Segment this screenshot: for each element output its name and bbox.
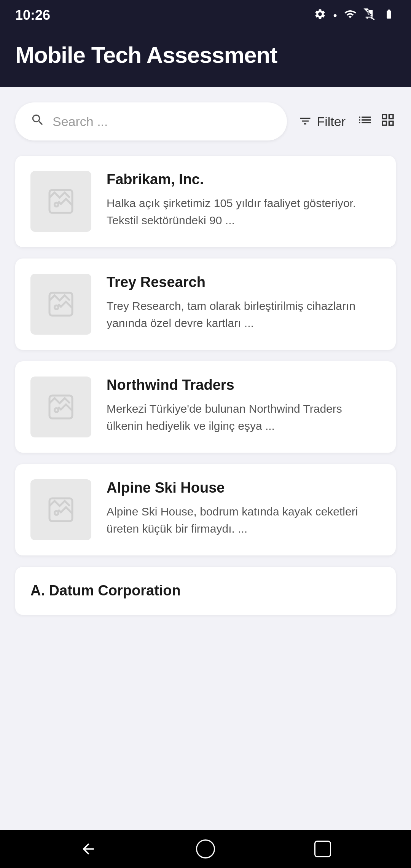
card-title: Fabrikam, Inc. [107,171,381,188]
list-view-icon[interactable] [357,112,373,131]
settings-icon [314,8,326,23]
card-image-fabrikam [30,171,91,232]
card-content-northwind: Northwind Traders Merkezi Türkiye'de bul… [107,377,381,434]
card-title: Northwind Traders [107,377,381,394]
card-image-trey [30,274,91,335]
status-time: 10:26 [15,7,50,23]
signal-icon [363,8,375,23]
card-content-alpine: Alpine Ski House Alpine Ski House, bodru… [107,479,381,537]
home-circle-icon [196,839,215,858]
status-icons: ● [314,8,396,23]
filter-button[interactable]: Filter [298,110,346,133]
card-description: Halka açık şirketimiz 105 yıldır faaliye… [107,195,381,229]
card-title: Alpine Ski House [107,479,381,497]
svg-point-5 [54,408,58,412]
filter-label: Filter [317,114,346,129]
svg-point-7 [54,511,58,515]
svg-point-3 [54,305,58,309]
card-content-adatum: A. Datum Corporation [30,582,381,600]
recents-square-icon [314,841,331,857]
card-description: Alpine Ski House, bodrum katında kayak c… [107,503,381,537]
card-title: A. Datum Corporation [30,582,381,600]
list-item[interactable]: Alpine Ski House Alpine Ski House, bodru… [15,464,396,555]
search-filter-bar: Search ... Filter [0,87,411,152]
app-header: Mobile Tech Assessment [0,30,411,87]
grid-view-icon[interactable] [380,112,396,131]
home-button[interactable] [192,836,219,862]
search-box[interactable]: Search ... [15,102,287,140]
list-item[interactable]: Fabrikam, Inc. Halka açık şirketimiz 105… [15,156,396,247]
wifi-icon [344,8,356,23]
cards-container: Fabrikam, Inc. Halka açık şirketimiz 105… [0,152,411,830]
card-description: Trey Research, tam olarak birleştirilmiş… [107,297,381,332]
card-description: Merkezi Türkiye'de bulunan Northwind Tra… [107,400,381,434]
app-title: Mobile Tech Assessment [15,42,396,68]
recents-button[interactable] [311,837,335,861]
card-image-alpine [30,479,91,540]
list-item[interactable]: A. Datum Corporation [15,567,396,615]
back-button[interactable] [76,837,100,861]
status-bar: 10:26 ● [0,0,411,30]
card-content-trey: Trey Research Trey Research, tam olarak … [107,274,381,332]
view-toggle [357,112,396,131]
list-item[interactable]: Northwind Traders Merkezi Türkiye'de bul… [15,361,396,453]
battery-icon [382,9,396,22]
list-item[interactable]: Trey Research Trey Research, tam olarak … [15,258,396,350]
filter-icon [298,114,312,129]
card-image-northwind [30,377,91,437]
svg-point-1 [54,203,58,206]
search-input[interactable]: Search ... [53,114,272,129]
card-content-fabrikam: Fabrikam, Inc. Halka açık şirketimiz 105… [107,171,381,229]
search-icon [30,113,45,131]
card-title: Trey Research [107,274,381,291]
nav-bar [0,830,411,868]
notification-dot-icon: ● [333,11,337,19]
